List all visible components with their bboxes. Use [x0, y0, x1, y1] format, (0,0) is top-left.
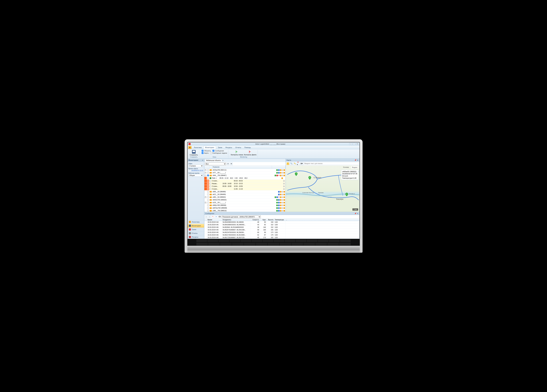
stop-row[interactable]: 1 Ступин... 09:20 - 09:25 — [204, 180, 286, 182]
trip-row[interactable]: - Рейс 1 09:20 - 11:10 40,0 1:50 128,0 4… — [204, 177, 286, 180]
workgroup-select[interactable]: Общая — [189, 174, 203, 177]
msg-btn-2[interactable]: ▫ — [208, 216, 211, 218]
eye-button[interactable]: 👁 — [230, 162, 233, 165]
map-search-input[interactable] — [304, 162, 359, 165]
messages-pin-icon[interactable]: 📌 ✕ — [354, 213, 358, 215]
map-hand-button[interactable]: ✋ — [286, 162, 289, 165]
msg-btn-clear[interactable]: ⌫ — [218, 216, 221, 218]
msg-btn-arrow[interactable]: ➤ — [215, 216, 218, 218]
map-layers-button[interactable]: ⊞▾ — [300, 162, 303, 165]
expand-icon[interactable]: + — [205, 196, 206, 198]
expand-icon[interactable]: + — [205, 172, 206, 174]
maximize-button[interactable]: ▫ — [353, 143, 355, 145]
table-row[interactable]: + а120__50 (______) — [204, 201, 286, 204]
refresh-button[interactable]: ⟳ — [227, 162, 229, 165]
messages-filter-select[interactable]: Показания датчиков - х644но750 (386497) — [222, 216, 261, 218]
row-checkbox[interactable] — [207, 194, 209, 195]
table-row[interactable]: у366__750 (386510) — [204, 210, 286, 212]
map-zoom-button[interactable]: 🔍 — [290, 162, 293, 165]
map-pin-button[interactable]: 📍▾ — [297, 162, 300, 165]
save-button[interactable]: Сохранить — [190, 150, 198, 156]
stop-row[interactable]: 4 Ступин... 11:05 - 11:10 — [204, 188, 286, 190]
col-course[interactable]: Курс — [260, 219, 267, 221]
sidebar-header[interactable]: Мониторинг« — [188, 159, 204, 162]
table-row[interactable]: к040ут190 (386506) — [204, 204, 286, 207]
message-row[interactable]: 18.03.2019 8:45 54,853545; 38,2516408933… — [204, 226, 359, 229]
msg-btn-1[interactable]: ▫ — [205, 216, 208, 218]
col-name[interactable]: Название — [212, 166, 272, 169]
chk-map[interactable]: Карта — [202, 152, 208, 154]
row-checkbox[interactable] — [207, 202, 209, 203]
tab-resources[interactable]: Ресурсы — [224, 146, 233, 149]
map-marker-3[interactable]: 3 — [308, 176, 311, 180]
map-measure-button[interactable]: 📏 — [293, 162, 296, 165]
col-time[interactable]: Время — [207, 219, 222, 221]
map-marker-2[interactable]: 2 — [345, 193, 348, 196]
table-row[interactable]: а412__50 (386499) — [204, 193, 286, 196]
nav-resources[interactable]: Ресурсы — [188, 235, 204, 239]
table-row[interactable]: + о465__50 (386502) ✕ — [204, 196, 286, 199]
row-checkbox[interactable] — [207, 210, 209, 211]
nav-tracks[interactable]: Треки — [188, 228, 204, 231]
expand-icon[interactable]: - — [207, 177, 209, 179]
control-plan-button[interactable]: Контроль плана — [231, 150, 243, 155]
message-row[interactable]: 18.03.2019 8:44 54,8542098333333; 38,246… — [204, 221, 359, 223]
row-checkbox[interactable] — [207, 199, 209, 201]
office-select[interactable]: Ступино — [189, 164, 203, 167]
col-speed[interactable]: Скорость — [251, 219, 260, 221]
tab-reports[interactable]: Отчеты — [234, 146, 243, 149]
message-row[interactable]: 18.03.2019 8:46 54,8521783333333; 38,261… — [204, 234, 359, 237]
tab-monitoring[interactable]: Мониторинг — [204, 146, 216, 149]
table-row[interactable]: + н915ка750 (382111) — [204, 169, 286, 171]
control-fact-button[interactable]: Контроль факта — [244, 150, 256, 155]
expand-icon[interactable]: + — [205, 202, 206, 203]
chk-messages[interactable]: Сообщения — [212, 150, 224, 152]
row-checkbox[interactable] — [207, 175, 209, 176]
nav-monitoring[interactable]: Мониторинг — [188, 224, 204, 228]
msg-btn-edit[interactable]: ✎ — [212, 216, 214, 218]
trip-checkbox[interactable] — [210, 177, 211, 179]
row-checkbox[interactable] — [207, 204, 209, 206]
expand-icon[interactable]: - — [205, 175, 206, 176]
table-row[interactable]: м947мн750 (386508) — [204, 207, 286, 210]
message-row[interactable]: 18.03.2019 8:45 54,8541808333333; 38,249… — [204, 223, 359, 226]
stop-row[interactable]: 2 Кашир... 10:00 - 14:00 10:10 - 10:15 — [204, 182, 286, 185]
chk-objects[interactable]: Объекты — [202, 150, 211, 152]
objects-grid-body[interactable]: + н915ка750 (382111) + с477__50 (______) — [204, 169, 286, 212]
table-row[interactable]: - х644__750 (386487) ✕ — [204, 174, 286, 177]
table-row[interactable]: о895__50 (386488) — [204, 190, 286, 193]
table-row[interactable]: + с477__50 (______) — [204, 171, 286, 174]
row-checkbox[interactable] — [207, 207, 209, 209]
close-tab-icon[interactable]: × — [222, 160, 223, 161]
objects-filter-select[interactable]: Все — [205, 162, 226, 165]
nav-reports[interactable]: Отчеты — [188, 231, 204, 235]
col-temp[interactable]: Температура — [274, 219, 286, 221]
nav-logistics[interactable]: Логистика — [188, 220, 204, 224]
chk-free-tasks[interactable]: Свободные задачи — [210, 152, 227, 154]
close-button[interactable]: ✕ — [356, 143, 359, 145]
row-checkbox[interactable] — [207, 172, 209, 174]
row-checkbox[interactable] — [207, 169, 209, 171]
message-row[interactable]: 18.03.2019 8:45 54,8526741666667; 38,254… — [204, 229, 359, 231]
table-row[interactable]: х643но750 (386503) — [204, 199, 286, 201]
col-height[interactable]: Высота — [267, 219, 274, 221]
file-button[interactable]: ▾ — [188, 146, 191, 149]
map-canvas[interactable]: 4 3 2 Ступино Кашира Хочема Соколова Пус… — [286, 166, 359, 212]
map-pin-icon[interactable]: 📌 ✕ — [354, 159, 358, 161]
row-checkbox[interactable] — [207, 191, 209, 193]
messages-grid[interactable]: Время Координаты Скорость Курс Высота Те… — [204, 219, 359, 239]
truck-status-icon — [284, 172, 285, 174]
col-coords[interactable]: Координаты — [222, 219, 251, 221]
message-row[interactable]: 18.03.2019 8:46 54,8517291666667; 38,263… — [204, 237, 359, 239]
objects-tab[interactable]: Мобильные объекты — [205, 159, 222, 162]
tab-logistics[interactable]: Логистика — [192, 146, 203, 149]
tab-tracks[interactable]: Треки — [216, 146, 224, 149]
tab-help[interactable]: Помощь — [243, 146, 253, 149]
expand-icon[interactable]: + — [205, 169, 206, 171]
map-marker-4[interactable]: 4 — [295, 172, 298, 176]
resources-icon — [189, 236, 191, 238]
stop-row[interactable]: 3 Ступин... 09:00 - 18:00 10:50 - 10:55 — [204, 185, 286, 188]
minimize-button[interactable]: ─ — [349, 143, 352, 145]
row-checkbox[interactable] — [207, 196, 209, 198]
message-row[interactable]: 18.03.2019 8:45 54,8522478333333; 38,258… — [204, 231, 359, 234]
